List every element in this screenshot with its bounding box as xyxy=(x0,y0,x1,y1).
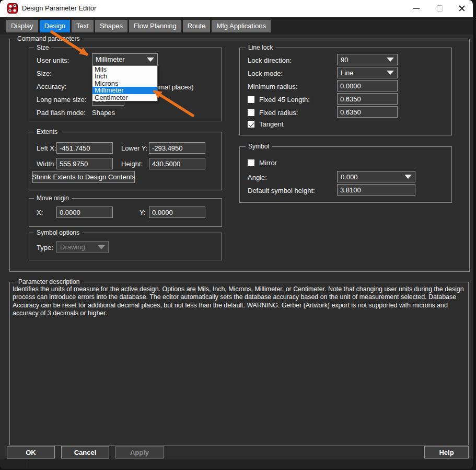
lock-mode-label: Lock mode: xyxy=(248,70,283,77)
screen: Design Parameter Editor Display Design T… xyxy=(0,0,476,470)
tab-display[interactable]: Display xyxy=(6,20,38,32)
chevron-down-icon xyxy=(147,58,154,62)
mirror-label: Mirror xyxy=(259,159,277,167)
fixed-radius-checkbox[interactable] xyxy=(248,109,254,116)
width-input[interactable] xyxy=(56,158,113,169)
dropdown-option-inch[interactable]: Inch xyxy=(92,73,157,79)
symbol-group-label: Symbol xyxy=(246,143,272,150)
shrink-extents-button[interactable]: Shrink Extents to Design Contents xyxy=(32,171,135,183)
title-bar: Design Parameter Editor xyxy=(0,0,473,17)
dropdown-option-centimeter[interactable]: Centimeter xyxy=(92,94,157,101)
user-units-combobox[interactable]: Millimeter xyxy=(92,53,158,65)
cancel-button[interactable]: Cancel xyxy=(61,446,109,458)
angle-label: Angle: xyxy=(248,174,267,181)
dropdown-option-mils[interactable]: Mils xyxy=(92,66,157,73)
tangent-checkbox[interactable] xyxy=(248,121,254,128)
mirror-checkbox[interactable] xyxy=(248,159,254,166)
symbol-type-combobox[interactable]: Drawing xyxy=(56,241,109,253)
extents-group-label: Extents xyxy=(34,128,60,135)
origin-x-label: X: xyxy=(37,209,43,216)
move-origin-group-label: Move origin xyxy=(34,194,72,202)
command-parameters-label: Command parameters xyxy=(15,35,82,42)
dropdown-option-millimeter[interactable]: Millimeter xyxy=(92,87,157,94)
status-bar xyxy=(0,460,473,469)
chevron-down-icon xyxy=(387,58,394,62)
accuracy-label: Accuracy: xyxy=(37,83,66,90)
ok-button[interactable]: OK xyxy=(7,446,55,458)
fixed-radius-label: Fixed radius: xyxy=(259,109,298,117)
user-units-dropdown-list: Mils Inch Microns Millimeter Centimeter xyxy=(92,65,158,101)
left-x-label: Left X: xyxy=(37,144,56,152)
fixed-45-length-label: Fixed 45 Length: xyxy=(259,96,310,104)
tab-strip: Display Design Text Shapes Flow Planning… xyxy=(0,17,473,35)
user-units-label: User units: xyxy=(37,56,69,64)
chevron-down-icon xyxy=(387,71,394,75)
lower-y-label: Lower Y: xyxy=(121,144,147,152)
pad-flash-mode-value: Shapes xyxy=(92,109,115,117)
origin-x-input[interactable] xyxy=(56,207,113,218)
user-units-value: Millimeter xyxy=(96,55,147,63)
minimize-icon xyxy=(413,8,420,9)
parameter-description-label: Parameter description xyxy=(16,278,82,285)
tab-flow-planning[interactable]: Flow Planning xyxy=(129,20,181,32)
tab-design[interactable]: Design xyxy=(40,20,70,32)
dropdown-option-microns[interactable]: Microns xyxy=(92,80,157,87)
size-group-label: Size xyxy=(34,44,51,51)
minimum-radius-label: Minimum radius: xyxy=(248,83,297,90)
tangent-label: Tangent xyxy=(259,120,283,128)
angle-combobox[interactable]: 0.000 xyxy=(337,171,415,182)
minimum-radius-input[interactable] xyxy=(337,80,398,91)
origin-y-input[interactable] xyxy=(149,207,205,218)
symbol-type-value: Drawing xyxy=(60,243,98,251)
lock-direction-label: Lock direction: xyxy=(248,56,292,64)
lock-mode-value: Line xyxy=(341,69,387,77)
left-x-input[interactable] xyxy=(56,142,113,154)
close-icon xyxy=(458,5,466,12)
symbol-type-label: Type: xyxy=(37,244,53,251)
default-symbol-height-label: Default symbol height: xyxy=(248,187,315,194)
angle-value: 0.000 xyxy=(341,173,404,181)
tab-route[interactable]: Route xyxy=(183,20,211,32)
minimize-button[interactable] xyxy=(405,0,428,17)
tab-text[interactable]: Text xyxy=(72,20,94,32)
lock-mode-combobox[interactable]: Line xyxy=(337,67,398,78)
default-symbol-height-input[interactable] xyxy=(337,184,415,196)
status-bar-divider xyxy=(29,461,29,468)
fixed-45-length-input[interactable] xyxy=(337,93,398,105)
close-button[interactable] xyxy=(450,0,473,17)
fixed-45-length-checkbox[interactable] xyxy=(248,96,254,103)
help-button[interactable]: Help xyxy=(424,446,469,458)
chevron-down-icon xyxy=(98,245,105,249)
parameter-description-text: Identifies the units of measure for the … xyxy=(13,285,464,317)
lock-direction-combobox[interactable]: 90 xyxy=(337,54,398,65)
chevron-down-icon xyxy=(404,175,412,179)
size-field-label: Size: xyxy=(37,70,52,77)
pad-flash-mode-label: Pad flash mode: xyxy=(37,109,86,117)
lock-direction-value: 90 xyxy=(341,56,387,64)
app-icon xyxy=(7,3,18,14)
long-name-size-label: Long name size: xyxy=(37,96,86,104)
height-label: Height: xyxy=(121,160,143,168)
fixed-radius-input[interactable] xyxy=(337,106,398,118)
design-parameter-editor-window: Design Parameter Editor Display Design T… xyxy=(0,0,473,469)
tab-mfg-applications[interactable]: Mfg Applications xyxy=(212,20,271,32)
maximize-button[interactable] xyxy=(428,0,451,17)
line-lock-group-label: Line lock xyxy=(246,44,275,51)
origin-y-label: Y: xyxy=(140,209,146,216)
maximize-icon xyxy=(437,5,443,12)
apply-button[interactable]: Apply xyxy=(115,446,164,458)
lower-y-input[interactable] xyxy=(149,142,205,154)
symbol-options-group-label: Symbol options xyxy=(34,229,82,236)
height-input[interactable] xyxy=(149,158,205,169)
tab-shapes[interactable]: Shapes xyxy=(95,20,127,32)
width-label: Width: xyxy=(37,160,56,168)
window-title: Design Parameter Editor xyxy=(22,4,96,12)
